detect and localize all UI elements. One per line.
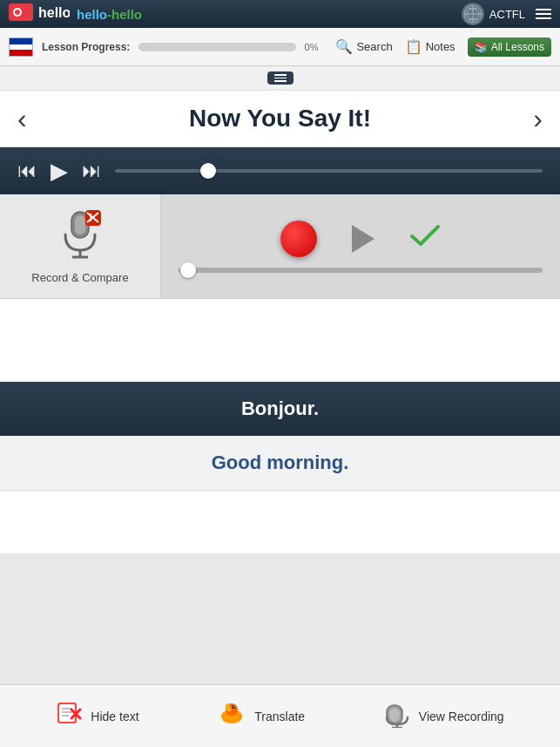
all-lessons-icon: 📚 — [475, 41, 488, 53]
view-recording-label: View Recording — [419, 710, 504, 723]
svg-point-2 — [15, 10, 20, 15]
logo-icon: hello — [9, 0, 70, 28]
english-phrase-text: Good morning. — [212, 452, 349, 473]
title-area: ‹ Now You Say It! › — [0, 91, 560, 147]
bottom-action-bar: Hide text Translate View Recordin — [0, 684, 560, 747]
record-left-panel: ! Record & Compare — [0, 194, 161, 298]
microphone-icon: ! — [57, 208, 104, 261]
record-section: ! Record & Compare — [0, 194, 560, 299]
svg-point-26 — [232, 705, 235, 709]
translate-label: Translate — [254, 710, 305, 723]
logo-area: hello hello-hello — [9, 0, 142, 28]
translate-icon — [216, 697, 247, 735]
top-right-area: ACTFL — [462, 3, 551, 25]
record-button[interactable] — [280, 221, 317, 257]
hide-text-label: Hide text — [91, 710, 138, 723]
audio-slider-thumb[interactable] — [200, 163, 216, 179]
lesson-bar: Lesson Progress: 0% 🔍 Search 📋 Notes 📚 A… — [0, 28, 560, 66]
mic-icon-wrap: ! — [57, 208, 104, 264]
audio-player: ⏮ ▶ ⏭ — [0, 147, 560, 194]
all-lessons-label: All Lessons — [491, 41, 544, 53]
audio-play-button[interactable]: ▶ — [51, 158, 68, 185]
nav-next-button[interactable]: › — [533, 105, 543, 132]
menu-strip — [0, 66, 560, 91]
hamburger-menu-icon[interactable] — [536, 9, 551, 19]
svg-point-27 — [233, 706, 234, 707]
notes-icon: 📋 — [405, 38, 422, 55]
top-bar: hello hello-hello ACTFL — [0, 0, 560, 28]
logo-full: hello-hello — [77, 7, 142, 22]
lesson-progress-label: Lesson Progress: — [42, 41, 130, 53]
hide-text-action[interactable]: Hide text — [56, 699, 138, 733]
page-title: Now You Say It! — [189, 105, 371, 132]
search-icon: 🔍 — [335, 38, 353, 55]
actfl-label: ACTFL — [489, 8, 525, 21]
view-recording-action[interactable]: View Recording — [382, 698, 504, 734]
play-recording-button[interactable] — [352, 225, 374, 253]
accept-recording-button[interactable] — [409, 222, 441, 255]
notes-action[interactable]: 📋 Notes — [405, 38, 455, 55]
menu-strip-button[interactable] — [267, 71, 293, 85]
audio-rewind-button[interactable]: ⏮ — [17, 160, 37, 182]
svg-rect-29 — [389, 708, 400, 722]
search-label: Search — [356, 40, 392, 53]
notes-label: Notes — [426, 40, 455, 53]
audio-progress-slider[interactable] — [115, 169, 543, 173]
recording-progress-bar[interactable] — [179, 268, 543, 273]
search-action[interactable]: 🔍 Search — [335, 38, 392, 55]
actfl-logo-icon — [462, 3, 484, 25]
record-compare-label: Record & Compare — [31, 271, 128, 284]
record-control-buttons — [280, 221, 441, 257]
lesson-bar-actions: 🔍 Search 📋 Notes 📚 All Lessons — [335, 37, 551, 57]
recording-progress-thumb[interactable] — [180, 262, 196, 278]
flag-icon — [9, 37, 33, 57]
bottom-spacer — [0, 491, 560, 553]
svg-text:hello: hello — [38, 5, 70, 20]
nav-prev-button[interactable]: ‹ — [17, 105, 27, 132]
audio-forward-button[interactable]: ⏭ — [82, 160, 101, 182]
lesson-progress-value: 0% — [305, 42, 319, 52]
french-phrase-text: Bonjour. — [241, 397, 319, 419]
translate-action[interactable]: Translate — [216, 697, 305, 735]
record-controls-panel — [161, 194, 560, 298]
svg-rect-17 — [59, 704, 75, 722]
french-phrase-bar: Bonjour. — [0, 382, 560, 436]
all-lessons-button[interactable]: 📚 All Lessons — [468, 37, 551, 57]
hide-text-icon — [56, 699, 84, 733]
view-recording-icon — [382, 698, 412, 734]
checkmark-icon — [409, 222, 441, 248]
content-spacer — [0, 299, 560, 382]
english-phrase-bar: Good morning. — [0, 436, 560, 491]
lesson-progress-bar — [138, 43, 295, 51]
svg-rect-9 — [75, 215, 85, 234]
